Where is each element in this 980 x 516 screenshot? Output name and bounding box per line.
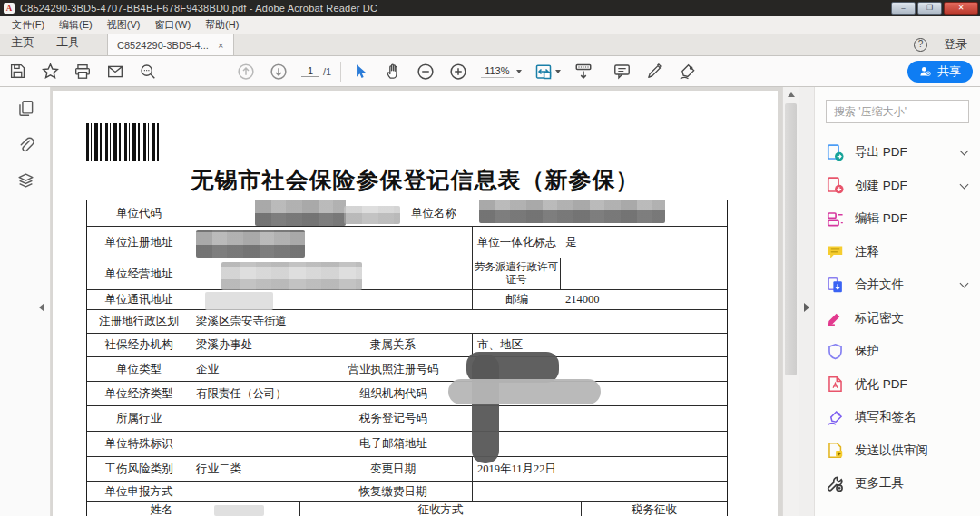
table-row: 社保经办机构梁溪办事处隶属关系市、地区 — [87, 334, 727, 357]
tool-optimize-pdf[interactable]: 优化 PDF — [826, 368, 969, 402]
zoom-level-dropdown[interactable]: 113% — [481, 64, 521, 78]
table-cell: 姓名 — [132, 502, 191, 516]
minimize-button[interactable]: ‒ — [891, 2, 916, 15]
star-icon[interactable] — [40, 62, 60, 82]
menu-help[interactable]: 帮助(H) — [199, 16, 245, 34]
tool-comment[interactable]: 注释 — [826, 236, 969, 269]
table-cell: 工伤风险类别 — [87, 457, 191, 481]
login-button[interactable]: 登录 — [944, 36, 967, 53]
table-cell: 梁溪办事处 — [191, 334, 314, 356]
sign-pen-icon[interactable] — [678, 62, 698, 82]
share-label: 共享 — [937, 63, 961, 80]
redaction-block — [344, 206, 400, 224]
tool-export-pdf[interactable]: 导出 PDF — [826, 136, 969, 170]
expand-right-panel-icon[interactable] — [804, 303, 809, 312]
table-cell: 注册地行政区划 — [87, 310, 191, 333]
zoom-in-icon[interactable] — [448, 62, 468, 82]
tab-close-icon[interactable]: × — [218, 40, 223, 51]
table-cell: 所属行业 — [87, 406, 191, 431]
table-cell: 2019年11月22日 — [473, 457, 727, 481]
comment-icon — [826, 243, 844, 261]
menu-view[interactable]: 视图(V) — [101, 16, 147, 34]
chevron-down-icon — [960, 180, 969, 189]
tools-search-input[interactable] — [826, 100, 969, 123]
tool-create-pdf[interactable]: 创建 PDF — [826, 170, 969, 203]
highlight-pen-icon[interactable] — [645, 62, 665, 82]
tab-tools[interactable]: 工具 — [45, 32, 91, 55]
close-button[interactable]: ✕ — [944, 2, 978, 15]
share-button[interactable]: 共享 — [907, 61, 973, 83]
table-cell: 电子邮箱地址 — [314, 432, 473, 456]
tool-label: 填写和签名 — [855, 409, 916, 425]
redaction-block — [448, 379, 601, 404]
tool-label: 标记密文 — [855, 310, 904, 326]
tool-redact[interactable]: 标记密文 — [826, 302, 969, 336]
right-panel-collapse-strip[interactable] — [799, 87, 814, 516]
tab-bar: 主页 工具 C8524290-3BD5-4... × ? 登录 — [0, 34, 980, 56]
table-row: 单位经济类型有限责任（公司）组织机构代码 — [87, 382, 727, 406]
tool-protect[interactable]: 保护 — [826, 335, 969, 368]
fit-width-dropdown[interactable] — [534, 63, 561, 81]
table-cell: 梁溪区崇安寺街道 — [191, 310, 727, 333]
table-cell: 单位类型 — [87, 357, 191, 381]
print-icon[interactable] — [73, 62, 93, 82]
zoom-level-value: 113% — [481, 64, 513, 78]
table-cell: 隶属关系 — [314, 334, 473, 356]
next-page-icon[interactable] — [269, 62, 289, 82]
page-number-input[interactable]: 1 — [301, 65, 319, 77]
help-icon[interactable]: ? — [914, 38, 927, 52]
fill-sign-pen-icon — [826, 408, 844, 426]
page-total: /1 — [323, 66, 331, 77]
table-cell: 行业二类 — [191, 457, 314, 481]
redaction-block — [205, 292, 273, 310]
tool-label: 发送以供审阅 — [855, 443, 928, 459]
tool-fill-sign[interactable]: 填写和签名 — [826, 401, 969, 434]
search-zoom-icon[interactable] — [138, 62, 158, 82]
pdf-page: 无锡市社会保险参保登记信息表（新参保） 单位代码单位名称单位注册地址单位一体化标… — [53, 91, 778, 516]
registration-table: 单位代码单位名称单位注册地址单位一体化标志是单位经营地址劳务派遣行政许可证号单位… — [86, 200, 728, 516]
table-cell — [473, 432, 727, 456]
menu-window[interactable]: 窗口(W) — [148, 16, 197, 34]
tool-more-tools[interactable]: 更多工具 — [826, 467, 969, 501]
scroll-mode-icon[interactable] — [573, 62, 593, 82]
tab-home[interactable]: 主页 — [0, 32, 45, 55]
previous-page-icon[interactable] — [236, 62, 256, 82]
page-thumbnails-icon[interactable] — [0, 92, 51, 123]
vertical-scrollbar[interactable] — [782, 87, 799, 516]
zoom-out-icon[interactable] — [416, 62, 436, 82]
scrollbar-thumb[interactable] — [785, 103, 797, 375]
restore-button[interactable]: ❐ — [917, 2, 942, 15]
hand-tool-icon[interactable] — [383, 62, 403, 82]
more-tools-wrench-icon — [826, 474, 844, 492]
tool-send-review[interactable]: 发送以供审阅 — [826, 434, 969, 468]
email-icon[interactable] — [105, 62, 125, 82]
redaction-block — [255, 200, 346, 226]
form-title: 无锡市社会保险参保登记信息表（新参保） — [53, 165, 778, 195]
chevron-down-icon — [516, 70, 522, 73]
attachments-icon[interactable] — [0, 129, 51, 160]
protect-shield-icon — [826, 342, 844, 360]
tools-panel: 导出 PDF 创建 PDF 编辑 PDF — [814, 87, 980, 516]
layers-icon[interactable] — [0, 165, 51, 196]
tool-label: 注释 — [855, 244, 879, 260]
save-icon[interactable] — [7, 62, 27, 82]
tool-label: 优化 PDF — [855, 376, 907, 393]
comment-tool-icon[interactable] — [612, 62, 632, 82]
table-row: 所属行业税务登记号码 — [87, 406, 727, 432]
share-person-icon — [919, 65, 932, 78]
tool-combine-files[interactable]: 合并文件 — [826, 268, 969, 302]
table-cell: 税务征收 — [582, 502, 727, 516]
tab-document[interactable]: C8524290-3BD5-4... × — [107, 34, 234, 55]
tool-edit-pdf[interactable]: 编辑 PDF — [826, 202, 969, 236]
table-row: 单位通讯地址邮编214000 — [87, 290, 727, 310]
table-cell — [473, 406, 727, 431]
send-review-icon — [826, 442, 844, 460]
scroll-up-icon[interactable] — [783, 87, 799, 102]
edit-pdf-icon — [826, 209, 844, 228]
collapse-left-panel-icon[interactable] — [39, 303, 44, 312]
barcode — [86, 123, 161, 161]
acrobat-logo-icon: A — [4, 3, 15, 14]
table-cell — [191, 482, 314, 501]
table-cell: 单位注册地址 — [87, 227, 191, 258]
selection-tool-icon[interactable] — [350, 62, 370, 82]
